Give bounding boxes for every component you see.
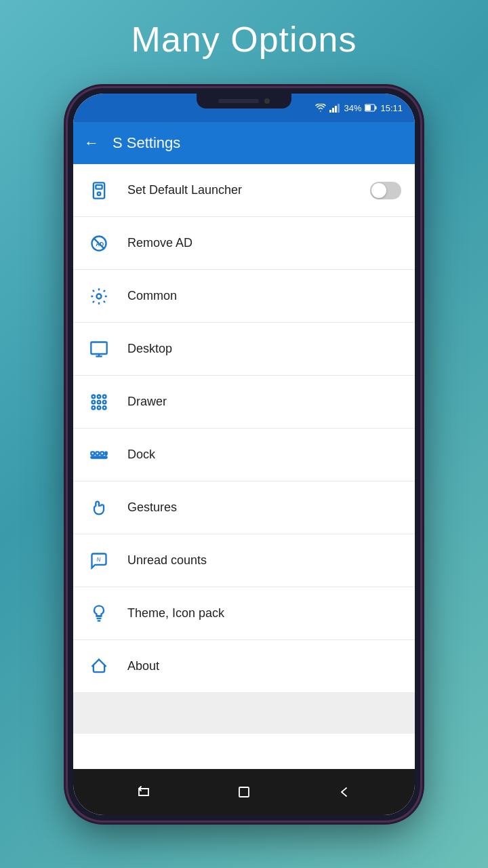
svg-rect-1 [332,108,334,113]
svg-rect-29 [105,452,106,455]
gestures-icon [87,496,111,520]
screen-content: ← S Settings Set Default Launcher [73,122,415,815]
svg-point-25 [103,406,106,409]
home-button[interactable] [231,779,257,805]
settings-item-theme-icon-pack[interactable]: Theme, Icon pack [73,587,415,640]
settings-item-about[interactable]: About [73,640,415,693]
svg-point-19 [103,395,106,398]
battery-text: 34% [344,103,361,113]
phone-frame: 34% 15:11 ← S Settings [68,88,420,821]
svg-point-9 [98,192,101,195]
app-bar-title: S Settings [113,134,180,152]
unread-counts-label: Unread counts [127,553,401,568]
launcher-icon [87,178,111,203]
svg-rect-6 [375,106,377,110]
theme-icon [87,601,111,626]
common-label: Common [127,289,401,303]
settings-item-drawer[interactable]: Drawer [73,376,415,429]
battery-icon [365,104,377,112]
settings-item-remove-ad[interactable]: AD Remove AD [73,217,415,270]
home-icon [237,785,251,800]
status-icons: 34% 15:11 [315,103,403,113]
app-bar: ← S Settings [73,122,415,164]
svg-rect-8 [96,184,102,189]
front-camera [264,98,270,104]
dock-label: Dock [127,448,401,462]
svg-text:N: N [97,557,101,563]
settings-item-desktop[interactable]: Desktop [73,323,415,376]
set-default-launcher-label: Set Default Launcher [127,183,370,197]
drawer-icon [87,390,111,414]
about-icon [87,654,111,679]
settings-list: Set Default Launcher AD Remove AD [73,164,415,769]
svg-rect-30 [91,456,106,458]
gestures-label: Gestures [127,500,401,515]
svg-rect-35 [239,787,249,797]
back-nav-icon [337,785,352,800]
desktop-icon [87,337,111,361]
svg-rect-2 [335,106,337,113]
svg-rect-27 [96,452,99,455]
svg-point-21 [98,400,101,403]
notch [197,94,291,108]
remove-ad-label: Remove AD [127,236,401,250]
svg-rect-28 [100,452,104,455]
svg-text:AD: AD [96,241,104,247]
svg-point-17 [92,395,96,398]
settings-item-set-default-launcher[interactable]: Set Default Launcher [73,164,415,217]
theme-icon-pack-label: Theme, Icon pack [127,606,401,620]
svg-rect-26 [91,452,94,455]
gear-icon [87,284,111,309]
wifi-icon [315,104,326,112]
svg-point-22 [103,400,106,403]
svg-rect-3 [338,104,340,113]
svg-point-23 [92,406,96,409]
back-button[interactable]: ← [84,134,99,152]
drawer-label: Drawer [127,395,401,409]
svg-point-20 [92,400,96,403]
settings-item-common[interactable]: Common [73,270,415,323]
svg-rect-14 [91,342,106,354]
back-button-nav[interactable] [331,779,357,805]
time-text: 15:11 [380,103,403,113]
settings-footer [73,693,415,734]
svg-point-13 [97,294,102,298]
bottom-nav [73,769,415,815]
recent-apps-button[interactable] [131,779,157,805]
set-default-launcher-toggle[interactable] [370,182,401,199]
settings-item-unread-counts[interactable]: N Unread counts [73,534,415,587]
svg-point-18 [98,395,101,398]
svg-point-24 [98,406,101,409]
signal-icon [329,104,340,113]
hero-title: Many Options [0,19,488,60]
desktop-label: Desktop [127,342,401,356]
settings-item-gestures[interactable]: Gestures [73,481,415,534]
about-label: About [127,659,401,673]
speaker [218,99,259,103]
unread-icon: N [87,549,111,573]
phone-screen: 34% 15:11 ← S Settings [73,94,415,815]
settings-item-dock[interactable]: Dock [73,429,415,481]
recent-apps-icon [136,785,151,800]
dock-icon [87,443,111,467]
svg-rect-5 [365,105,371,111]
svg-rect-0 [329,110,331,113]
remove-ad-icon: AD [87,231,111,256]
